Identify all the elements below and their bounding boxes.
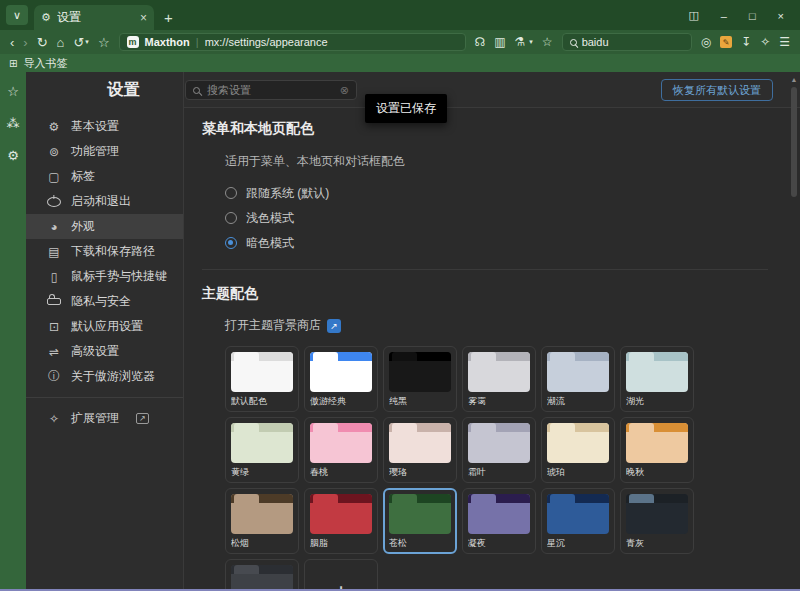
rail-favorites-icon[interactable]: ☆ <box>7 84 19 99</box>
theme-card-默认配色[interactable]: 默认配色 <box>225 346 299 412</box>
snapshot-icon[interactable]: ◎ <box>701 35 711 49</box>
sidebar-item[interactable]: ⓘ关于傲游浏览器 <box>26 364 183 389</box>
tab-close-icon[interactable]: × <box>140 11 147 25</box>
new-tab-button[interactable]: + <box>164 9 173 26</box>
theme-card-暗夜[interactable]: 暗夜 <box>225 559 299 589</box>
radio-icon[interactable] <box>225 237 237 249</box>
menu-icon[interactable]: ☰ <box>779 35 790 49</box>
theme-name: 默认配色 <box>231 396 293 406</box>
sidebar-divider <box>183 72 184 589</box>
theme-card-胭脂[interactable]: 胭脂 <box>304 488 378 554</box>
sidebar-item-extensions[interactable]: ✧扩展管理↗ <box>26 406 183 431</box>
tab-list-button[interactable]: ∨ <box>6 5 28 25</box>
theme-swatch <box>310 494 372 534</box>
skin-icon[interactable]: ✧ <box>760 35 770 49</box>
settings-panel: 设置 搜索设置 ⊗ 恢复所有默认设置 ⚙基本设置⊚功能管理▢标签启动和退出◕外观… <box>26 72 800 589</box>
theme-card-璎珞[interactable]: 璎珞 <box>383 417 457 483</box>
theme-store-link[interactable]: 打开主题背景商店 <box>225 317 321 334</box>
theme-card-松烟[interactable]: 松烟 <box>225 488 299 554</box>
sidebar-item[interactable]: 隐私与安全 <box>26 289 183 314</box>
home-icon[interactable]: ⌂ <box>57 36 65 49</box>
back-icon[interactable]: ‹ <box>10 36 14 49</box>
theme-card-黄绿[interactable]: 黄绿 <box>225 417 299 483</box>
favorite-star-icon[interactable]: ☆ <box>98 36 110 49</box>
read-aloud-icon[interactable]: ☊ <box>475 35 486 49</box>
swatch-tab <box>313 494 338 503</box>
rail-apps-icon[interactable]: ⁂ <box>7 116 20 131</box>
theme-name: 星沉 <box>547 538 609 548</box>
sidebar-item-icon: ⇌ <box>47 345 61 359</box>
theme-name: 黄绿 <box>231 467 293 477</box>
import-bookmarks-button[interactable]: 导入书签 <box>23 56 67 71</box>
collect-star-icon[interactable]: ☆ <box>542 35 553 49</box>
theme-card-凝夜[interactable]: 凝夜 <box>462 488 536 554</box>
theme-card-星沉[interactable]: 星沉 <box>541 488 615 554</box>
theme-card-霜叶[interactable]: 霜叶 <box>462 417 536 483</box>
quick-search-box[interactable]: baidu <box>562 33 692 51</box>
add-theme-button[interactable]: + <box>304 559 378 589</box>
settings-app: ☆ ⁂ ⚙ 设置 搜索设置 ⊗ 恢复所有默认设置 ⚙基本设置⊚功能管理▢标签启动… <box>0 72 800 589</box>
sidebar-item[interactable]: ▯鼠标手势与快捷键 <box>26 264 183 289</box>
address-bar[interactable]: m Maxthon | mx://settings/appearance <box>119 33 466 51</box>
color-mode-option-light[interactable]: 浅色模式 <box>225 211 800 225</box>
url-text[interactable]: mx://settings/appearance <box>205 36 328 48</box>
theme-card-琥珀[interactable]: 琥珀 <box>541 417 615 483</box>
share-icon[interactable]: ⚗ <box>515 35 526 49</box>
theme-card-青灰[interactable]: 青灰 <box>620 488 694 554</box>
color-mode-option-system[interactable]: 跟随系统 (默认) <box>225 186 800 200</box>
scroll-up-icon[interactable]: ▲ <box>788 73 800 83</box>
swatch-tab <box>313 352 338 361</box>
theme-card-湖光[interactable]: 湖光 <box>620 346 694 412</box>
sidebar-item[interactable]: ⊡默认应用设置 <box>26 314 183 339</box>
download-icon[interactable]: ↧ <box>741 35 751 49</box>
theme-swatch <box>547 423 609 463</box>
forward-icon[interactable]: › <box>23 36 27 49</box>
theme-swatch <box>626 494 688 534</box>
theme-card-潮流[interactable]: 潮流 <box>541 346 615 412</box>
minimize-icon[interactable]: – <box>721 10 727 22</box>
theme-card-苍松[interactable]: 苍松 <box>383 488 457 554</box>
reader-mode-icon[interactable]: ▥ <box>494 35 505 49</box>
sidebar-item[interactable]: ▤下载和保存路径 <box>26 239 183 264</box>
maxthon-logo: m <box>127 36 139 48</box>
reload-icon[interactable]: ↻ <box>37 36 48 49</box>
close-icon[interactable]: × <box>778 10 784 22</box>
theme-card-傲游经典[interactable]: 傲游经典 <box>304 346 378 412</box>
maximize-icon[interactable]: □ <box>749 10 756 22</box>
sidebar-item[interactable]: ⚙基本设置 <box>26 114 183 139</box>
sidebar-item[interactable]: ◕外观 <box>26 214 183 239</box>
appearance-content: 菜单和本地页配色 适用于菜单、本地页和对话框配色 跟随系统 (默认) 浅色模式 … <box>183 108 800 589</box>
option-label: 浅色模式 <box>246 210 294 227</box>
theme-card-春桃[interactable]: 春桃 <box>304 417 378 483</box>
sidebar-item[interactable]: ▢标签 <box>26 164 183 189</box>
note-icon[interactable]: ✎ <box>720 36 732 48</box>
quick-search-value[interactable]: baidu <box>582 36 609 48</box>
sidebar-item-label: 高级设置 <box>71 343 119 360</box>
scrollbar[interactable]: ▲ <box>788 73 800 589</box>
external-link-icon: ↗ <box>136 413 149 424</box>
option-label: 跟随系统 (默认) <box>246 185 329 202</box>
chevron-down-icon: ▾ <box>85 38 89 46</box>
scrollbar-thumb[interactable] <box>791 87 797 197</box>
settings-search-input[interactable]: 搜索设置 ⊗ <box>185 80 357 100</box>
theme-card-雾霭[interactable]: 雾霭 <box>462 346 536 412</box>
theme-card-纯黑[interactable]: 纯黑 <box>383 346 457 412</box>
undo-button[interactable]: ↺ ▾ <box>73 36 88 49</box>
external-store-icon[interactable]: ↗ <box>327 319 341 333</box>
rail-settings-icon[interactable]: ⚙ <box>7 148 19 163</box>
theme-store-row: 打开主题背景商店 ↗ <box>225 317 800 334</box>
radio-icon[interactable] <box>225 187 237 199</box>
import-bookmarks-icon: ⊞ <box>9 58 17 69</box>
theme-card-晚秋[interactable]: 晚秋 <box>620 417 694 483</box>
sidebar-item[interactable]: 启动和退出 <box>26 189 183 214</box>
theme-grid: 默认配色傲游经典纯黑雾霭潮流湖光黄绿春桃璎珞霜叶琥珀晚秋松烟胭脂苍松凝夜星沉青灰… <box>225 346 800 589</box>
panel-toggle-icon[interactable]: ◫ <box>688 9 698 22</box>
restore-defaults-button[interactable]: 恢复所有默认设置 <box>661 79 773 101</box>
clear-icon[interactable]: ⊗ <box>340 84 349 97</box>
sidebar-item[interactable]: ⊚功能管理 <box>26 139 183 164</box>
tab-settings[interactable]: ⚙ 设置 × <box>34 5 154 30</box>
color-mode-option-dark[interactable]: 暗色模式 <box>225 236 800 250</box>
sidebar-item[interactable]: ⇌高级设置 <box>26 339 183 364</box>
radio-icon[interactable] <box>225 212 237 224</box>
chevron-down-icon[interactable]: ▾ <box>529 38 533 46</box>
